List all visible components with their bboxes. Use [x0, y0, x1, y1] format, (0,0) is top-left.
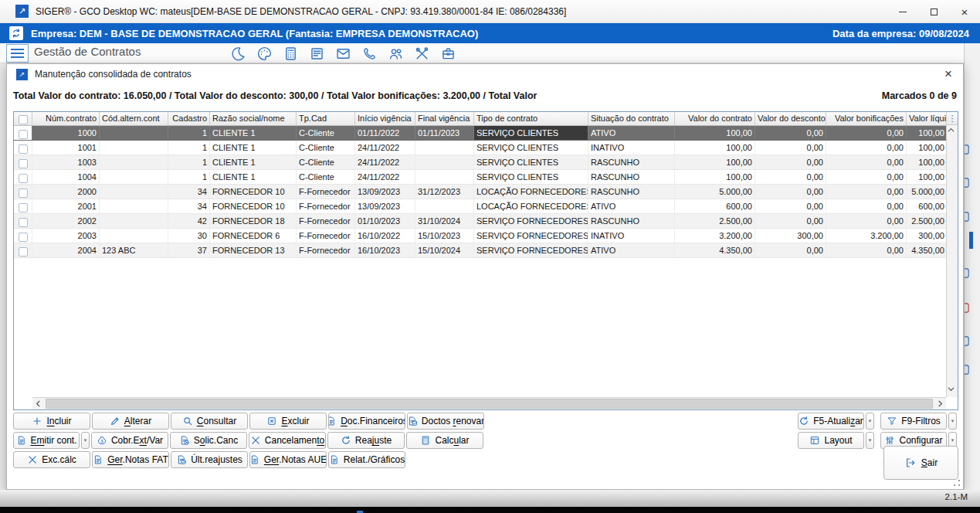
sair-button[interactable]: Sair: [883, 446, 958, 480]
cell[interactable]: 600,00: [675, 199, 755, 213]
cell[interactable]: SERVIÇO CLIENTES: [474, 126, 588, 140]
cell[interactable]: 0,00: [755, 141, 826, 155]
cell[interactable]: 1: [168, 141, 210, 155]
cell[interactable]: [100, 199, 168, 213]
close-button[interactable]: ×: [949, 0, 980, 23]
cell[interactable]: ATIVO: [588, 126, 675, 140]
emitir-cont-button[interactable]: Emitir cont.: [13, 432, 80, 449]
cell[interactable]: 0,00: [755, 170, 826, 184]
cell[interactable]: 100,00: [675, 155, 755, 169]
column-header-4[interactable]: Razão social/nome: [210, 112, 297, 125]
row-checkbox[interactable]: [19, 247, 28, 256]
cell[interactable]: 2003: [32, 229, 100, 243]
cell[interactable]: LOCAÇÃO FORNECEDORES: [474, 199, 588, 213]
scroll-up-icon[interactable]: [947, 126, 958, 137]
cancelamento-button[interactable]: Cancelamento: [249, 432, 326, 449]
cell[interactable]: 3.200,00: [675, 229, 755, 243]
cell[interactable]: 1: [168, 170, 210, 184]
cell[interactable]: [415, 199, 474, 213]
alterar-button[interactable]: Alterar: [92, 413, 169, 430]
cell[interactable]: FORNECEDOR 6: [210, 229, 297, 243]
cell[interactable]: RASCUNHO: [588, 185, 675, 199]
cell[interactable]: SERVIÇO CLIENTES: [474, 141, 588, 155]
cell[interactable]: [415, 155, 474, 169]
cell[interactable]: F-Fornecedor: [297, 214, 355, 228]
cell[interactable]: 15/10/2024: [415, 243, 474, 257]
cell[interactable]: 100,00: [907, 141, 948, 155]
ger-notas-fat-button[interactable]: Ger.Notas FAT: [92, 451, 169, 468]
cell[interactable]: SERVIÇO FORNECEDORES: [474, 243, 588, 257]
row-checkbox[interactable]: [19, 159, 28, 168]
f9-filtros-dropdown[interactable]: ▼: [948, 413, 957, 430]
table-row[interactable]: 200330FORNECEDOR 6F-Fornecedor16/10/2022…: [14, 229, 958, 243]
calculator-icon[interactable]: [283, 46, 299, 62]
row-checkbox[interactable]: [19, 189, 28, 198]
incluir-button[interactable]: Incluir: [13, 413, 90, 430]
cell[interactable]: 0,00: [755, 155, 826, 169]
table-row[interactable]: 10001CLIENTE 1C-Cliente01/11/202201/11/2…: [14, 126, 958, 141]
cell[interactable]: 0,00: [755, 199, 826, 213]
table-row[interactable]: 200034FORNECEDOR 10F-Fornecedor13/09/202…: [14, 185, 958, 199]
relat-graficos-button[interactable]: Relat./Gráficos: [328, 451, 405, 468]
cell[interactable]: [100, 229, 168, 243]
cell[interactable]: 0,00: [826, 126, 907, 140]
cell[interactable]: 42: [168, 214, 210, 228]
vertical-scrollbar[interactable]: ⋮: [946, 112, 958, 397]
column-header-10[interactable]: Valor do contrato: [675, 112, 755, 125]
users-icon[interactable]: [388, 46, 404, 62]
palette-icon[interactable]: [256, 46, 273, 62]
cell[interactable]: 2000: [32, 185, 100, 199]
briefcase-icon[interactable]: [440, 46, 456, 62]
cell[interactable]: 30: [168, 229, 210, 243]
table-row[interactable]: 10031CLIENTE 1C-Cliente24/11/2022SERVIÇO…: [14, 155, 958, 170]
cell[interactable]: 0,00: [755, 243, 826, 257]
cell[interactable]: 34: [168, 185, 210, 199]
cell[interactable]: RASCUNHO: [588, 155, 675, 169]
ult-reajustes-button[interactable]: $Últ.reajustes: [171, 451, 248, 468]
cell[interactable]: SERVIÇO CLIENTES: [474, 170, 588, 184]
select-all-checkbox[interactable]: [19, 115, 28, 124]
exc-calc-button[interactable]: Exc.cálc: [13, 451, 90, 468]
cell[interactable]: 31/12/2023: [415, 185, 474, 199]
column-header-6[interactable]: Início vigência: [355, 112, 415, 125]
ger-notas-aue-button[interactable]: Ger.Notas AUE: [249, 451, 327, 468]
cell[interactable]: 1003: [32, 155, 100, 169]
column-header-3[interactable]: Cadastro: [168, 112, 210, 125]
cell[interactable]: 2.500,00: [675, 214, 755, 228]
maximize-button[interactable]: [918, 0, 949, 23]
moon-icon[interactable]: [230, 46, 246, 62]
layout-dropdown[interactable]: ▼: [866, 432, 874, 449]
cell[interactable]: 2002: [32, 214, 100, 228]
emitir-cont-dropdown[interactable]: ▼: [81, 432, 90, 449]
cell[interactable]: 5.000,00: [907, 185, 948, 199]
cell[interactable]: 2.500,00: [907, 214, 948, 228]
cell[interactable]: 34: [168, 199, 210, 213]
cell[interactable]: RASCUNHO: [588, 214, 675, 228]
cell[interactable]: 1004: [32, 170, 100, 184]
f5-atualizar-dropdown[interactable]: ▼: [866, 413, 874, 430]
column-header-7[interactable]: Final vigência: [415, 112, 474, 125]
cell[interactable]: 01/11/2022: [355, 126, 415, 140]
cell[interactable]: 0,00: [755, 214, 826, 228]
row-checkbox[interactable]: [19, 218, 28, 227]
news-icon[interactable]: [309, 46, 325, 62]
cell[interactable]: 4.350,00: [907, 243, 948, 257]
excluir-button[interactable]: Excluir: [249, 413, 327, 430]
cell[interactable]: C-Cliente: [297, 141, 355, 155]
cell[interactable]: [100, 170, 168, 184]
phone-icon[interactable]: [361, 46, 378, 62]
cell[interactable]: 3.200,00: [826, 229, 907, 243]
cell[interactable]: CLIENTE 1: [210, 155, 297, 169]
row-checkbox[interactable]: [19, 203, 28, 212]
minimize-button[interactable]: [887, 0, 918, 23]
cell[interactable]: F-Fornecedor: [297, 243, 355, 257]
resize-grip[interactable]: [953, 479, 961, 487]
cell[interactable]: FORNECEDOR 13: [210, 243, 297, 257]
scroll-right-icon[interactable]: [936, 399, 944, 409]
cell[interactable]: 37: [168, 243, 210, 257]
cell[interactable]: [100, 214, 168, 228]
column-header-2[interactable]: Cód.altern.cont: [100, 112, 168, 125]
cell[interactable]: 2004: [32, 243, 100, 257]
cell[interactable]: 100,00: [675, 126, 755, 140]
row-checkbox[interactable]: [19, 130, 28, 139]
